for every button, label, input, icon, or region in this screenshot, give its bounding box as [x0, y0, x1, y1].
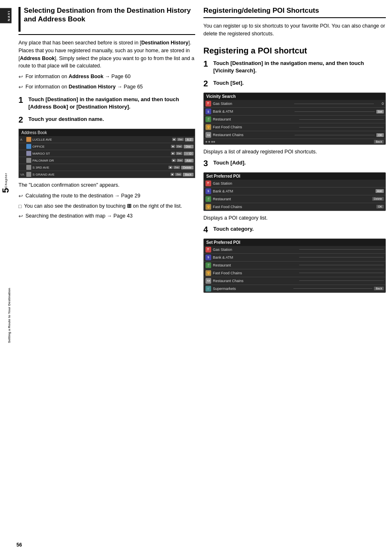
poi-label-2: Bank & ATM: [213, 189, 374, 193]
right-step-2: 2 Touch [Set].: [203, 79, 386, 88]
poi-row-3: 🍴 Restaurant Delete: [204, 195, 385, 203]
poi2-label-2: Bank & ATM: [213, 255, 297, 259]
ab-btn-map-1[interactable]: ■: [172, 138, 176, 141]
vicinity-row-6: ■ ■ ■■ Back: [204, 139, 385, 144]
vicinity-row-4: 🍔 Fast Food Chains: [204, 123, 385, 131]
restaurant-icon-3: 🍴: [205, 262, 211, 268]
left-section-header: Selecting Destination from the Destinati…: [18, 6, 195, 35]
poi-row-4: 🍔 Fast Food Chains OK: [204, 203, 385, 211]
ab-btn-zoom-3[interactable]: Zas: [176, 152, 182, 155]
main-content: Selecting Destination from the Destinati…: [12, 0, 392, 302]
poi-row-1: ⛽ Gas Station: [204, 180, 385, 188]
poi-label-4: Fast Food Chains: [213, 205, 375, 209]
ab-delete-btn[interactable]: Delete: [181, 166, 194, 169]
ab-az-btn[interactable]: A-Z: [185, 138, 194, 141]
poi2-label-3: Restaurant: [213, 263, 297, 267]
set-btn[interactable]: Set: [376, 110, 384, 114]
ab-o-btn[interactable]: → O: [184, 152, 194, 155]
ab-dist-btn[interactable]: Dist.: [184, 145, 194, 148]
sub-bullet-text-1: Calculating the route to the destination…: [25, 192, 140, 200]
navi-label: NAVI: [0, 8, 12, 23]
address-book-screen: Address Book A LUCLLE AVE ■ Zas A-Z OFFI…: [18, 129, 195, 178]
back-btn-1[interactable]: Back: [374, 140, 384, 144]
ab-btn-zoom-5[interactable]: Zas: [173, 166, 180, 169]
sidebar: NAVI Chapter 5 Setting a Route to Your D…: [0, 0, 12, 556]
ab-btn-map-4[interactable]: ■: [172, 159, 176, 162]
right-step-3: 3 Touch [Add].: [203, 159, 386, 167]
intro-paragraph: Any place that has been searched before …: [18, 39, 195, 70]
vicinity-caption: Displays a list of already registered PO…: [203, 148, 386, 156]
chapter-word: Chapter: [4, 173, 8, 188]
ab-row-6: VA S GRAND AVE ■ Zas Back: [19, 171, 195, 178]
subsection-title-1: Registering a POI shortcut: [203, 46, 386, 56]
super-icon-1: 🛒: [205, 286, 211, 292]
ab-title: Address Book: [21, 130, 47, 135]
arrow-icon-4: ↩: [18, 213, 23, 220]
bullet-address-book: ↩ For information on Address Book → Page…: [18, 73, 195, 81]
ab-letter-1: A: [20, 138, 25, 141]
right-step-4: 4 Touch category.: [203, 225, 386, 234]
ab-btn-zoom-1[interactable]: Zas: [177, 138, 184, 141]
sub-bullet-3: ↩ Searching the destination with map → P…: [18, 213, 195, 220]
vicinity-label-2: Bank & ATM: [213, 109, 293, 114]
gas-icon-3: ⛽: [205, 247, 211, 253]
ab-btn-zoom-6[interactable]: Zas: [175, 173, 182, 176]
right-step-number-2: 2: [203, 79, 210, 88]
ab-back-btn[interactable]: Back: [183, 173, 194, 176]
set-preferred-poi-screen-2: Set Preferred POI ⛽ Gas Station $ Bank &…: [203, 239, 386, 293]
right-section-title: Registering/deleting POI Shortcuts: [203, 6, 386, 15]
rest-chain-icon-1: 🍽: [205, 132, 211, 138]
poi2-dash-6: [293, 288, 372, 289]
confirmation-text: The "Location confirmation screen" appea…: [18, 181, 195, 189]
delete-btn-1[interactable]: Delete: [372, 197, 384, 201]
fast-food-icon-3: 🍔: [205, 270, 211, 276]
ab-btn-map-5[interactable]: ■: [168, 166, 173, 169]
back-btn-2[interactable]: Back: [374, 287, 384, 290]
left-section-title: Selecting Destination from the Destinati…: [24, 6, 195, 24]
ab-letter-6: VA: [20, 173, 25, 176]
ab-btn-map-3[interactable]: ■: [171, 152, 175, 155]
poi-row-2: $ Bank & ATM Add: [204, 188, 385, 195]
poi2-dash-3: [299, 265, 384, 265]
sub-bullet-1: ↩ Calculating the route to the destinati…: [18, 192, 195, 200]
poi2-dash-1: [299, 249, 384, 250]
vicinity-num-1: 0: [376, 102, 384, 106]
poi2-label-6: Supermarkets: [213, 287, 292, 291]
ab-btn-map-6[interactable]: ■: [171, 173, 175, 176]
right-intro: You can register up to six shortcuts to …: [203, 22, 386, 38]
ab-add-btn[interactable]: Add: [184, 159, 194, 162]
right-step-4-text: Touch category.: [213, 225, 254, 233]
fast-food-icon-1: 🍔: [205, 124, 211, 130]
poi2-label-5: Restaurant Chains: [213, 279, 297, 283]
step-1-text: Touch [Destination] in the navigation me…: [28, 96, 195, 111]
right-step-2-text: Touch [Set].: [213, 79, 244, 87]
arrow-icon-1: ↩: [18, 74, 23, 81]
step-2: 2 Touch your destination name.: [18, 116, 195, 124]
vicinity-search-screen: Vicinity Search ⛽ Gas Station 0 $ Bank &…: [203, 93, 386, 145]
step-2-text: Touch your destination name.: [28, 116, 104, 123]
ab-btns-4: ■ Zas: [172, 159, 183, 162]
ab-icon-6: [26, 172, 31, 177]
ab-btn-map-2[interactable]: ■: [171, 145, 175, 148]
vicinity-icons-row: ■ ■ ■■: [205, 140, 372, 144]
ab-btn-zoom-2[interactable]: Zas: [176, 145, 182, 148]
right-section-header: Registering/deleting POI Shortcuts: [203, 6, 386, 18]
ab-btns-3: ■ Zas: [171, 152, 182, 155]
chapter-number: 5: [0, 188, 11, 193]
poi2-dash-2: [299, 257, 384, 257]
add-btn-1[interactable]: Add: [376, 189, 384, 193]
bank-icon-1: $: [205, 109, 211, 114]
rest-chain-icon-2: 🍽: [205, 278, 211, 284]
ab-btn-zoom-4[interactable]: Zas: [177, 159, 183, 162]
ok-btn-2[interactable]: OK: [376, 205, 384, 208]
step-number-2: 2: [18, 116, 25, 124]
set-preferred-poi-screen-1: Set Preferred POI ⛽ Gas Station $ Bank &…: [203, 172, 386, 211]
ab-name-3: MARGO ST: [32, 152, 170, 155]
ok-btn-1[interactable]: OK: [376, 133, 384, 137]
vicinity-label-3: Restaurant: [213, 117, 297, 121]
poi-label-1: Gas Station: [213, 181, 384, 185]
ab-name-1: LUCLLE AVE: [32, 138, 171, 141]
gas-icon-2: ⛽: [205, 181, 211, 186]
right-step-number-3: 3: [203, 159, 210, 167]
poi2-row-2: $ Bank & ATM: [204, 254, 385, 262]
